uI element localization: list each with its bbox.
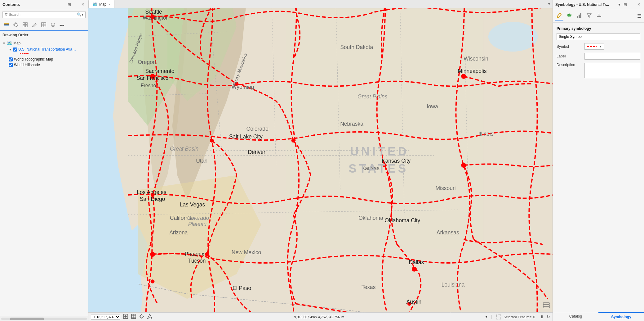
label-button[interactable]: A	[49, 21, 57, 29]
sym-chart-button[interactable]	[575, 11, 583, 20]
pause-button[interactable]: ⏸	[540, 314, 544, 319]
sym-import-button[interactable]	[595, 11, 603, 20]
svg-text:Louisiana: Louisiana	[442, 282, 465, 288]
world-hillshade-checkbox[interactable]	[9, 63, 13, 67]
svg-text:Arkansas: Arkansas	[437, 229, 459, 236]
svg-point-36	[461, 74, 466, 79]
search-bar: ▽ 🔍 ▾	[2, 11, 86, 18]
search-input[interactable]	[9, 12, 77, 17]
svg-text:Nebraska: Nebraska	[340, 121, 363, 127]
svg-text:Seattle: Seattle	[145, 9, 162, 15]
symbology-panel: Symbology - U.S. National Tr... ▾ ⊞ — ✕	[553, 0, 644, 321]
tree-map-item: ▼ 🗺️ Map	[2, 40, 86, 47]
sym-primary-symbology-button[interactable]	[555, 11, 563, 20]
minimize-button[interactable]: —	[73, 2, 79, 7]
map-expand-icon[interactable]: ▼	[2, 42, 6, 45]
catalog-tab[interactable]: Catalog	[553, 312, 598, 321]
world-hillshade-label[interactable]: World Hillshade	[14, 63, 40, 67]
svg-text:Oklahoma: Oklahoma	[358, 215, 383, 221]
us-national-expand-icon[interactable]: ▼	[9, 48, 12, 51]
map-tab-close-button[interactable]: ×	[108, 2, 110, 6]
map-tab[interactable]: 🗺️ Map ×	[88, 0, 114, 8]
list-by-source-button[interactable]	[12, 21, 20, 29]
storage-button[interactable]	[543, 301, 550, 310]
svg-text:Austin: Austin	[406, 299, 422, 305]
sym-title: Symbology - U.S. National Tr...	[555, 2, 617, 7]
horizontal-scrollbar[interactable]	[1, 318, 87, 320]
sym-filter-button[interactable]	[585, 11, 593, 20]
svg-rect-5	[23, 23, 25, 25]
svg-text:Oklahoma City: Oklahoma City	[385, 217, 420, 224]
svg-text:Phoenix: Phoenix	[185, 251, 204, 257]
panel-title: Contents	[2, 2, 20, 7]
sym-toolbar: ☰	[553, 9, 644, 23]
us-national-label[interactable]: U.S. National Transportation Atlas Int	[18, 47, 77, 52]
sym-pin-button[interactable]: ⊞	[623, 2, 628, 7]
sym-minimize-button[interactable]: —	[629, 2, 635, 7]
attribute-table-button[interactable]	[131, 314, 136, 320]
map-icon: 🗺️	[7, 41, 12, 46]
refresh-button[interactable]: ↻	[547, 314, 550, 319]
contents-panel: Contents ⊞ — ✕ ▽ 🔍 ▾	[0, 0, 88, 321]
svg-rect-8	[25, 25, 27, 27]
sym-vary-symbology-button[interactable]	[565, 11, 573, 20]
world-topo-label[interactable]: World Topographic Map	[14, 57, 53, 61]
map-canvas[interactable]: Cascade Range Rocky Mountains Oregon Cal…	[88, 8, 553, 312]
search-dropdown-button[interactable]: ▾	[82, 12, 83, 17]
zoom-to-full-button[interactable]	[123, 314, 128, 320]
svg-rect-105	[131, 314, 136, 319]
table-button[interactable]	[40, 21, 48, 29]
map-tab-icon: 🗺️	[92, 2, 97, 7]
close-panel-button[interactable]: ✕	[80, 2, 86, 7]
sym-close-button[interactable]: ✕	[636, 2, 642, 7]
navigate-button[interactable]	[147, 314, 153, 320]
svg-text:Wyoming: Wyoming	[232, 84, 254, 90]
svg-text:Utah: Utah	[196, 158, 207, 164]
map-background: Cascade Range Rocky Mountains Oregon Cal…	[88, 8, 553, 312]
tab-dropdown-button[interactable]: ▾	[548, 2, 550, 6]
label-input[interactable]	[584, 53, 640, 60]
symbology-tab[interactable]: Symbology	[598, 312, 644, 321]
symbol-type-select[interactable]: Single Symbol	[557, 33, 640, 40]
us-national-checkbox[interactable]	[13, 47, 17, 52]
svg-text:Los Angeles: Los Angeles	[137, 189, 167, 195]
panel-header-icons: ⊞ — ✕	[67, 2, 86, 7]
svg-point-45	[205, 252, 209, 256]
svg-text:Fresno: Fresno	[141, 83, 156, 88]
list-by-drawing-order-button[interactable]	[2, 21, 11, 29]
label-row: Label	[557, 53, 640, 60]
dropdown-arrow[interactable]: ▾	[486, 315, 487, 319]
svg-rect-100	[543, 305, 549, 306]
world-topo-layer-row: World Topographic Map	[9, 57, 86, 62]
svg-text:Great Plains: Great Plains	[358, 93, 388, 100]
selected-features-label: Selected Features: 0	[504, 315, 535, 319]
us-national-layer-group: ▼ U.S. National Transportation Atlas Int	[2, 47, 86, 55]
symbol-dropdown-arrow[interactable]: ▾	[600, 45, 601, 48]
svg-point-38	[412, 267, 417, 272]
svg-text:Wisconsin: Wisconsin	[464, 56, 488, 62]
symbol-label: Symbol	[557, 44, 584, 49]
more-button[interactable]: •••	[58, 22, 66, 29]
world-topo-checkbox[interactable]	[9, 57, 13, 61]
map-label[interactable]: Map	[13, 41, 20, 45]
panel-header: Contents ⊞ — ✕	[0, 0, 88, 9]
svg-text:Kansas City: Kansas City	[382, 158, 411, 164]
scrollbar-thumb[interactable]	[10, 318, 44, 320]
svg-rect-19	[286, 8, 483, 249]
map-tab-label: Map	[99, 2, 106, 7]
scale-select[interactable]: 1:18,217,374	[91, 314, 120, 320]
layer-tree: ▼ 🗺️ Map ▼ U.S. National Transportation …	[0, 38, 88, 316]
sym-dropdown-button[interactable]: ▾	[617, 2, 621, 7]
edit-button[interactable]	[30, 21, 38, 29]
sym-bottom-tabs: Catalog Symbology	[553, 312, 644, 321]
svg-rect-2	[4, 25, 9, 26]
pin-button[interactable]: ⊞	[67, 2, 72, 7]
description-textarea[interactable]	[584, 63, 640, 78]
sym-menu-button[interactable]: ☰	[637, 13, 642, 19]
locate-button[interactable]	[139, 314, 144, 320]
svg-text:Texas: Texas	[362, 284, 376, 290]
svg-rect-11	[42, 23, 46, 27]
group-button[interactable]	[21, 21, 29, 29]
symbol-preview[interactable]: ▾	[584, 43, 604, 50]
search-button[interactable]: 🔍	[77, 12, 82, 17]
